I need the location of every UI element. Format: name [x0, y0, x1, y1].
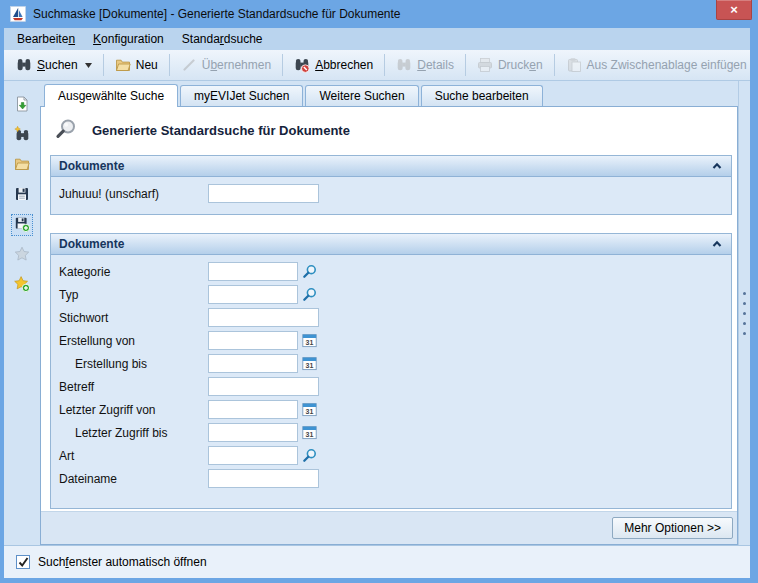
grip-dot — [743, 312, 746, 315]
sidebar-button-open-search[interactable] — [11, 154, 33, 176]
more-options-button[interactable]: Mehr Optionen >> — [612, 517, 733, 539]
printer-icon — [477, 57, 493, 73]
lookup-magnifier-icon[interactable] — [302, 448, 317, 463]
group-body: Kategorie Typ StichwortErstellung von 31… — [51, 255, 731, 508]
calendar-picker-icon[interactable]: 31 — [302, 425, 317, 440]
calendar-picker-icon[interactable]: 31 — [302, 333, 317, 348]
lookup-magnifier-icon[interactable] — [302, 287, 317, 302]
field-label: Art — [59, 449, 208, 463]
tab-myevijet-suchen[interactable]: myEVIJet Suchen — [180, 85, 303, 106]
auto-open-checkbox[interactable] — [16, 555, 30, 569]
input-erstellung-bis[interactable] — [208, 354, 298, 373]
search-magnifier-icon — [55, 118, 77, 143]
field-row-letzter-zugriff-von: Letzter Zugriff von 31 — [51, 398, 731, 421]
field-label: Typ — [59, 288, 208, 302]
sidebar-button-new-search[interactable] — [11, 124, 33, 146]
toolbar-button-drucken: Drucken — [469, 54, 551, 76]
window-frame: BearbeitenKonfigurationStandardsuche Suc… — [4, 28, 750, 578]
tab-area: Ausgewählte SuchemyEVIJet SuchenWeitere … — [40, 81, 738, 545]
toolbar-separator — [282, 54, 283, 76]
input-dateiname[interactable] — [208, 469, 319, 488]
group-title: Dokumente — [59, 159, 124, 173]
sidebar-button-save-search-as[interactable] — [11, 214, 33, 236]
menu-item-konfiguration[interactable]: Konfiguration — [84, 28, 173, 50]
group-header: Dokumente — [51, 234, 731, 255]
close-button[interactable]: × — [716, 0, 752, 20]
input-art[interactable] — [208, 446, 298, 465]
field-label: Juhuuu! (unscharf) — [59, 187, 208, 201]
toolbar-button-suchen[interactable]: Suchen — [8, 54, 100, 76]
doc-down-icon — [14, 96, 30, 115]
sidebar-button-add-favorite[interactable] — [11, 274, 33, 296]
input-stichwort[interactable] — [208, 308, 319, 327]
svg-text:31: 31 — [306, 362, 314, 369]
lookup-magnifier-icon[interactable] — [302, 264, 317, 279]
title-bar: Suchmaske [Dokumente] - Generierte Stand… — [0, 0, 758, 28]
close-icon: × — [730, 2, 738, 17]
pen-icon — [181, 57, 197, 73]
field-row-betreff: Betreff — [51, 375, 731, 398]
sidebar-button-favorite — [11, 244, 33, 266]
toolbar-button-abbrechen[interactable]: Abbrechen — [286, 54, 381, 76]
field-label: Letzter Zugriff von — [59, 403, 208, 417]
toolbar-button-neu[interactable]: Neu — [107, 54, 166, 76]
input-juhuuu-unscharf[interactable] — [208, 184, 319, 203]
calendar-picker-icon[interactable]: 31 — [302, 356, 317, 371]
svg-text:31: 31 — [306, 431, 314, 438]
group-dokumente-fuzzy: Dokumente Juhuuu! (unscharf) — [50, 155, 732, 215]
grip-dot — [743, 302, 746, 305]
group-title: Dokumente — [59, 237, 124, 251]
menu-item-bearbeiten[interactable]: Bearbeiten — [8, 28, 84, 50]
menu-bar: BearbeitenKonfigurationStandardsuche — [4, 28, 750, 50]
clipboard-icon — [566, 57, 582, 73]
toolbar-separator — [465, 54, 466, 76]
toolbar-button-uebernehmen: Übernehmen — [173, 54, 279, 76]
field-row-juhuuu-unscharf: Juhuuu! (unscharf) — [51, 182, 731, 205]
input-typ[interactable] — [208, 285, 298, 304]
tab-suche-bearbeiten[interactable]: Suche bearbeiten — [421, 85, 543, 106]
tab-ausgewaehlte-suche[interactable]: Ausgewählte Suche — [44, 84, 178, 107]
field-row-erstellung-von: Erstellung von 31 — [51, 329, 731, 352]
field-row-typ: Typ — [51, 283, 731, 306]
menu-item-standardsuche[interactable]: Standardsuche — [173, 28, 272, 50]
star-plus-icon — [14, 276, 30, 295]
input-erstellung-von[interactable] — [208, 331, 298, 350]
folder-icon — [14, 156, 30, 175]
window-title: Suchmaske [Dokumente] - Generierte Stand… — [33, 7, 401, 21]
search-panel: Generierte Standardsuche für Dokumente D… — [40, 106, 738, 545]
panel-header: Generierte Standardsuche für Dokumente — [41, 107, 737, 150]
details-icon — [396, 57, 412, 73]
calendar-picker-icon[interactable]: 31 — [302, 402, 317, 417]
panel-splitter-handle[interactable] — [738, 81, 750, 545]
status-bar: Suchfenster automatisch öffnen — [4, 545, 750, 578]
field-label: Erstellung von — [59, 334, 208, 348]
toolbar-separator — [103, 54, 104, 76]
group-dokumente-criteria: Dokumente Kategorie Typ StichwortErstell… — [50, 233, 732, 509]
page-title: Generierte Standardsuche für Dokumente — [92, 123, 350, 138]
field-row-erstellung-bis: Erstellung bis 31 — [51, 352, 731, 375]
sidebar-toolbar — [4, 81, 40, 545]
tab-weitere-suchen[interactable]: Weitere Suchen — [305, 85, 418, 106]
input-betreff[interactable] — [208, 377, 319, 396]
grip-dot — [743, 332, 746, 335]
tab-strip: Ausgewählte SuchemyEVIJet SuchenWeitere … — [40, 84, 738, 106]
main-toolbar: Suchen NeuÜbernehmen Abbrechen Details D… — [4, 50, 750, 81]
field-row-art: Art — [51, 444, 731, 467]
collapse-chevron-icon[interactable] — [711, 160, 723, 172]
grip-dot — [743, 292, 746, 295]
field-label: Erstellung bis — [59, 357, 208, 371]
svg-text:31: 31 — [306, 408, 314, 415]
sidebar-button-load-search[interactable] — [11, 94, 33, 116]
grip-dot — [743, 322, 746, 325]
toolbar-separator — [169, 54, 170, 76]
binoculars-red-icon — [294, 57, 310, 73]
sidebar-button-save-search[interactable] — [11, 184, 33, 206]
input-letzter-zugriff-bis[interactable] — [208, 423, 298, 442]
floppy-icon — [14, 186, 30, 205]
dropdown-arrow-icon[interactable] — [85, 63, 92, 68]
input-letzter-zugriff-von[interactable] — [208, 400, 298, 419]
field-label: Betreff — [59, 380, 208, 394]
collapse-chevron-icon[interactable] — [711, 238, 723, 250]
input-kategorie[interactable] — [208, 262, 298, 281]
field-row-stichwort: Stichwort — [51, 306, 731, 329]
